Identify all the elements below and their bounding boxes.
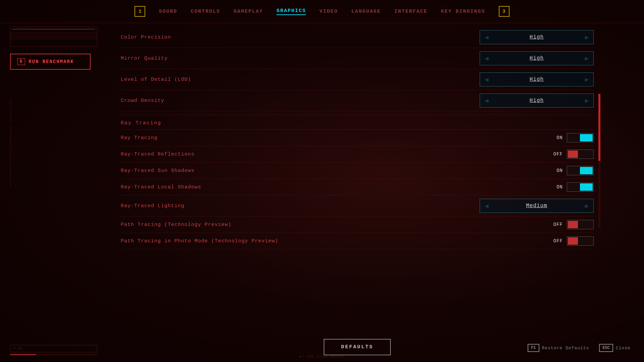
crowd-density-prev[interactable]: ◁ [480, 94, 493, 107]
ray-tracing-toggle[interactable] [567, 133, 594, 142]
lod-prev[interactable]: ◁ [480, 73, 493, 86]
run-benchmark-button[interactable]: B RUN BENCHMARK [10, 54, 91, 70]
setting-row-path-tracing: Path Tracing (Technology Preview) OFF [121, 217, 594, 233]
defaults-button[interactable]: DEFAULTS [324, 339, 391, 355]
ray-reflections-toggle[interactable] [567, 149, 594, 159]
ray-tracing-state: ON [551, 135, 563, 140]
bottom-right-controls: F1 Restore Defaults ESC Close [528, 344, 631, 352]
ray-lighting-next[interactable]: ▷ [580, 199, 593, 213]
path-tracing-thumb [568, 221, 578, 228]
preview-line-2 [10, 34, 97, 34]
scroll-indicator[interactable] [598, 94, 600, 228]
deco-text-2: GRAPHICS NEURAL ENGINE [7, 133, 12, 171]
ray-local-shadows-toggle[interactable] [567, 182, 594, 192]
close-control[interactable]: ESC Close [599, 344, 631, 352]
settings-container: Color Precision ◁ High ▷ Mirror Quality … [121, 27, 594, 249]
ray-tracing-thumb [580, 134, 593, 141]
nav-key-right[interactable]: 3 [499, 6, 509, 17]
ray-tracing-title: Ray Tracing [121, 120, 161, 126]
color-precision-prev[interactable]: ◁ [480, 31, 493, 44]
setting-row-ray-tracing: Ray Tracing ON [121, 130, 594, 146]
deco-text-3: 0019-4451 [7, 172, 12, 188]
setting-row-ray-sun-shadows: Ray-Traced Sun Shadows ON [121, 163, 594, 179]
mirror-quality-prev[interactable]: ◁ [480, 52, 493, 65]
nav-controls[interactable]: CONTROLS [191, 9, 220, 14]
path-tracing-photo-state: OFF [551, 238, 563, 244]
preview-bar [12, 29, 95, 29]
path-tracing-label: Path Tracing (Technology Preview) [121, 222, 480, 228]
ray-sun-shadows-thumb [580, 167, 593, 174]
top-navigation: 1 SOUND CONTROLS GAMEPLAY GRAPHICS VIDEO… [0, 0, 644, 23]
preview-line-5 [10, 38, 97, 38]
setting-row-mirror-quality: Mirror Quality ◁ High ▷ [121, 48, 594, 69]
benchmark-key: B [17, 58, 25, 65]
nav-key-left[interactable]: 1 [135, 6, 145, 17]
path-tracing-toggle[interactable] [567, 220, 594, 229]
ray-lighting-selector[interactable]: ◁ Medium ▷ [480, 199, 594, 213]
preview-lines [10, 27, 97, 47]
crowd-density-value: High [493, 98, 580, 104]
mini-preview [10, 27, 97, 47]
ray-reflections-toggle-container: OFF [480, 149, 594, 159]
color-precision-label: Color Precision [121, 35, 480, 40]
crowd-density-selector[interactable]: ◁ High ▷ [480, 94, 594, 108]
nav-key-bindings[interactable]: KEY BINDINGS [441, 9, 485, 14]
path-tracing-photo-toggle[interactable] [567, 236, 594, 246]
ray-sun-shadows-toggle[interactable] [567, 166, 594, 175]
ray-tracing-label: Ray Tracing [121, 135, 480, 141]
ray-lighting-label: Ray-Traced Lighting [121, 203, 480, 209]
color-precision-next[interactable]: ▷ [580, 31, 593, 44]
nav-gameplay[interactable]: GAMEPLAY [233, 9, 263, 14]
f1-key: F1 [528, 344, 539, 352]
nav-graphics[interactable]: GRAPHICS [276, 8, 306, 15]
progress-bar-container [10, 354, 97, 355]
ray-tracing-toggle-container: ON [480, 133, 594, 142]
bottom-bar: DEFAULTS [121, 339, 594, 355]
deco-text-1: SYSTEM CONFIG DATA [7, 101, 12, 132]
mirror-quality-value: High [493, 55, 580, 61]
bottom-center-tag: ►─ TRK_TLCAB_B00095 [300, 355, 344, 359]
path-tracing-photo-thumb [568, 237, 578, 245]
lod-next[interactable]: ▷ [580, 73, 593, 86]
nav-language[interactable]: LANGUAGE [352, 9, 381, 14]
ray-sun-shadows-toggle-container: ON [480, 166, 594, 175]
progress-bar-fill [10, 354, 36, 355]
esc-key: ESC [599, 344, 613, 352]
bottom-left-version: V 85 [10, 345, 97, 355]
setting-row-lod: Level of Detail (LOD) ◁ High ▷ [121, 69, 594, 90]
setting-row-crowd-density: Crowd Density ◁ High ▷ [121, 90, 594, 111]
color-precision-selector[interactable]: ◁ High ▷ [480, 30, 594, 44]
nav-sound[interactable]: SOUND [159, 9, 177, 14]
mirror-quality-selector[interactable]: ◁ High ▷ [480, 51, 594, 65]
ray-local-shadows-toggle-container: ON [480, 182, 594, 192]
nav-video[interactable]: VIDEO [319, 9, 338, 14]
crowd-density-next[interactable]: ▷ [580, 94, 593, 107]
setting-row-ray-lighting: Ray-Traced Lighting ◁ Medium ▷ [121, 195, 594, 217]
preview-line-4 [10, 36, 97, 37]
setting-row-path-tracing-photo: Path Tracing in Photo Mode (Technology P… [121, 233, 594, 249]
ray-local-shadows-label: Ray-Traced Local Shadows [121, 184, 480, 190]
ray-lighting-prev[interactable]: ◁ [480, 199, 493, 213]
ray-sun-shadows-state: ON [551, 168, 563, 173]
preview-line-6 [10, 39, 97, 39]
ray-local-shadows-thumb [580, 183, 593, 191]
main-panel: Color Precision ◁ High ▷ Mirror Quality … [121, 27, 594, 328]
path-tracing-state: OFF [551, 222, 563, 227]
lod-selector[interactable]: ◁ High ▷ [480, 72, 594, 86]
ray-local-shadows-state: ON [551, 184, 563, 190]
bottom-tag-text: ►─ TRK_TLCAB_B00095 [300, 355, 344, 359]
mirror-quality-label: Mirror Quality [121, 56, 480, 61]
left-decoration: SYSTEM CONFIG DATA GRAPHICS NEURAL ENGIN… [7, 101, 12, 188]
ray-tracing-section-header: Ray Tracing [121, 115, 594, 130]
nav-interface[interactable]: INTERFACE [394, 9, 428, 14]
path-tracing-toggle-container: OFF [480, 220, 594, 229]
mirror-quality-next[interactable]: ▷ [580, 52, 593, 65]
ray-sun-shadows-label: Ray-Traced Sun Shadows [121, 168, 480, 174]
benchmark-label: RUN BENCHMARK [29, 59, 74, 64]
restore-defaults-control[interactable]: F1 Restore Defaults [528, 344, 589, 352]
ray-lighting-value: Medium [493, 203, 580, 209]
setting-row-ray-local-shadows: Ray-Traced Local Shadows ON [121, 179, 594, 195]
color-precision-value: High [493, 34, 580, 40]
left-panel: B RUN BENCHMARK [10, 27, 104, 70]
crowd-density-label: Crowd Density [121, 98, 480, 104]
